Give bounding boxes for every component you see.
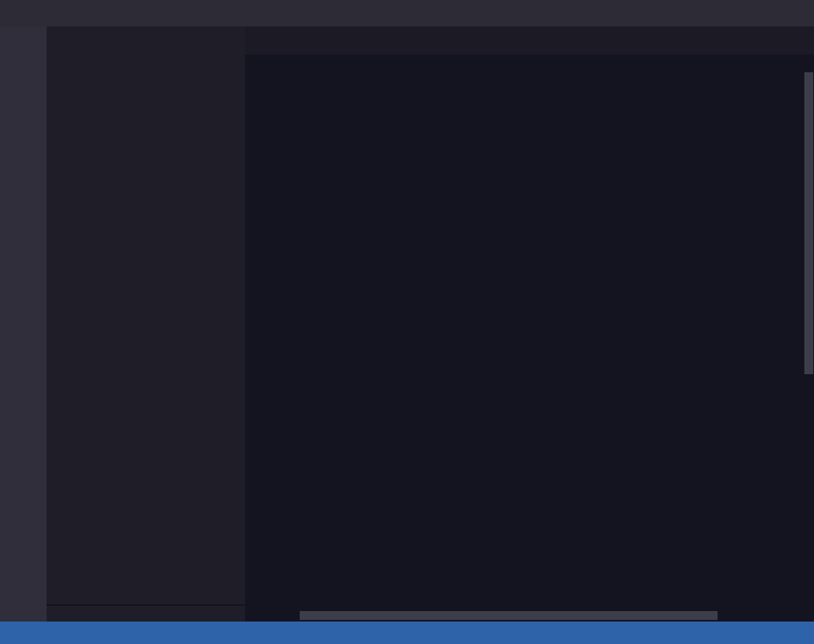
minimap[interactable]	[745, 74, 803, 622]
workspace-chevron	[48, 58, 61, 71]
editor-group	[245, 26, 814, 622]
breadcrumb	[245, 55, 814, 72]
editor-actions	[806, 26, 814, 55]
menu-bar	[0, 0, 814, 26]
explorer-sidebar	[47, 26, 245, 622]
tab-bar	[245, 26, 814, 55]
sidebar-more-button[interactable]	[219, 33, 235, 49]
workspace-section-header[interactable]	[47, 55, 245, 74]
outline-chevron	[50, 607, 63, 620]
horizontal-scrollbar[interactable]	[300, 611, 718, 620]
vertical-scrollbar-thumb[interactable]	[804, 72, 813, 374]
activity-bar	[0, 26, 47, 622]
vscode-window	[0, 0, 814, 644]
sidebar-title-row	[47, 26, 245, 55]
workbench	[0, 26, 814, 622]
status-bar	[0, 622, 814, 644]
vertical-scrollbar[interactable]	[804, 72, 814, 622]
outline-section-header[interactable]	[47, 605, 245, 622]
file-tree	[47, 74, 245, 605]
code-editor	[245, 72, 814, 622]
